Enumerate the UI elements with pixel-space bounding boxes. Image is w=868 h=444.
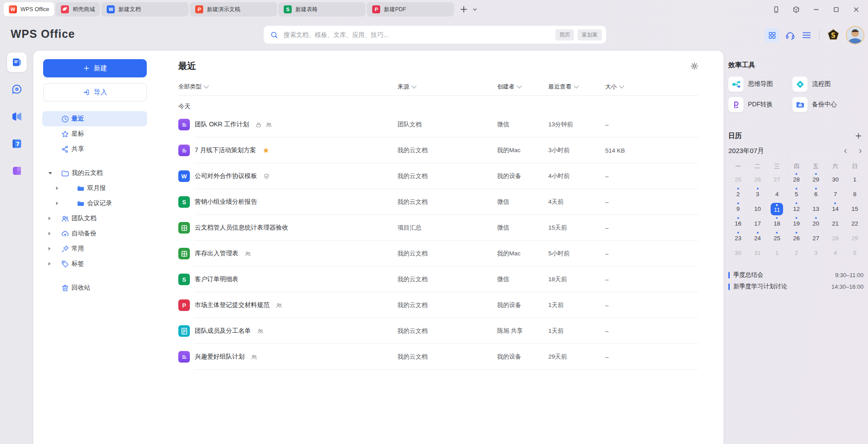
tool-PDF转换[interactable]: PDF转换 [728,97,792,112]
list-settings-gear-icon[interactable] [690,62,699,70]
file-row[interactable]: 云文档管人员信息统计表理器验收项目汇总微信15天前– [178,215,699,241]
caret-right-icon[interactable] [48,262,56,266]
search-bar[interactable]: 简历策划案 [264,26,606,44]
calendar-day[interactable]: 12 [787,202,806,216]
calendar-day[interactable]: 19 [787,216,806,231]
search-tag[interactable]: 简历 [555,29,574,40]
calendar-day[interactable]: 5 [845,246,864,260]
calendar-day[interactable]: 4 [826,246,845,260]
sidebar-item-回收站[interactable]: 回收站 [42,280,147,295]
calendar-day[interactable]: 20 [806,216,826,231]
sidebar-item-会议记录[interactable]: 会议记录 [42,196,147,211]
tab-new-doc[interactable]: W新建文档 [101,2,189,16]
tool-流程图[interactable]: 流程图 [792,77,864,92]
tab-new-sheet[interactable]: S新建表格 [278,2,366,16]
sidebar-item-最近[interactable]: 最近 [42,111,147,126]
calendar-event[interactable]: 新季度学习计划讨论14:30–16:00 [728,281,864,292]
calendar-day[interactable]: 18 [767,216,787,231]
workspace-icon[interactable] [792,6,800,13]
tab-docer[interactable]: 稻壳商城 [56,2,100,16]
file-row[interactable]: 兴趣爱好组队计划我的云文档我的设备29天前– [178,344,699,370]
calendar-day[interactable]: 3 [806,246,826,260]
sidebar-item-双月报[interactable]: 双月报 [42,181,147,196]
calendar-day[interactable]: 26 [787,231,806,246]
prev-month-button[interactable] [842,148,849,154]
calendar-day[interactable]: 29 [845,231,864,246]
calendar-day[interactable]: 6 [806,187,826,202]
calendar-day[interactable]: 28 [826,231,845,246]
global-menu-icon[interactable] [801,30,812,40]
calendar-day[interactable]: 27 [767,172,787,187]
calendar-day[interactable]: 25 [728,172,748,187]
close-button[interactable] [852,6,860,13]
calendar-day[interactable]: 24 [748,231,768,246]
filter-来源[interactable]: 来源 [398,83,497,91]
sidebar-item-共享[interactable]: 共享 [42,141,147,157]
calendar-day[interactable]: 21 [826,216,845,231]
filter-创建者[interactable]: 创建者 [497,83,548,91]
rail-item-meetings[interactable] [7,107,27,126]
mobile-view-icon[interactable] [772,6,780,13]
calendar-day[interactable]: 30 [826,172,845,187]
calendar-day[interactable]: 23 [728,231,748,246]
import-button[interactable]: 导入 [43,83,147,101]
calendar-day[interactable]: 13 [806,202,826,216]
tab-wps[interactable]: WWPS Office [4,2,54,16]
calendar-day[interactable]: 2 [787,246,806,260]
tab-new-pdf[interactable]: P新建PDF [367,2,454,16]
add-event-button[interactable] [854,132,863,140]
calendar-event[interactable]: 季度总结会9:30–11:00 [728,269,864,281]
calendar-day[interactable]: 11 [767,202,787,216]
calendar-day[interactable]: 17 [748,216,768,231]
tab-list-dropdown[interactable] [471,6,478,13]
file-row[interactable]: 库存出入管理表我的云文档我的Mac5小时前– [178,241,699,266]
caret-right-icon[interactable] [56,202,63,205]
maximize-button[interactable] [832,6,840,13]
membership-badge-icon[interactable]: S [827,28,840,42]
search-tag[interactable]: 策划案 [578,29,602,40]
rail-item-calendar[interactable]: 7 [7,134,27,153]
user-avatar[interactable] [846,26,864,44]
sidebar-item-我的云文档[interactable]: 我的云文档 [42,165,147,181]
caret-right-icon[interactable] [48,217,56,220]
caret-down-icon[interactable] [48,172,56,174]
next-month-button[interactable] [857,148,864,154]
calendar-day[interactable]: 8 [845,187,864,202]
calendar-day[interactable]: 30 [728,246,748,260]
caret-right-icon[interactable] [56,186,63,190]
minimize-button[interactable] [812,6,820,13]
calendar-day[interactable]: 1 [767,246,787,260]
file-row[interactable]: 团队成员及分工名单我的云文档陈旭 共享1天前– [178,318,699,344]
sidebar-item-自动备份[interactable]: 自动备份 [42,226,147,241]
file-row[interactable]: 团队 OKR 工作计划团队文档微信13分钟前– [178,112,699,137]
calendar-day[interactable]: 28 [787,172,806,187]
caret-right-icon[interactable] [48,232,56,235]
file-row[interactable]: S营销小组业绩分析报告我的云文档微信4天前– [178,189,699,215]
caret-right-icon[interactable] [48,247,56,250]
calendar-day[interactable]: 10 [748,202,768,216]
file-row[interactable]: S客户订单明细表我的云文档微信18天前– [178,266,699,292]
calendar-day[interactable]: 27 [806,231,826,246]
file-row[interactable]: 7 月线下活动策划方案我的云文档我的Mac3小时前514 KB [178,137,699,163]
calendar-day[interactable]: 9 [728,202,748,216]
sidebar-item-星标[interactable]: 星标 [42,126,147,141]
calendar-day[interactable]: 16 [728,216,748,231]
file-row[interactable]: W公司对外合作协议模板我的云文档我的设备4小时前– [178,163,699,189]
calendar-day[interactable]: 15 [845,202,864,216]
rail-item-messages[interactable] [7,80,27,99]
sidebar-item-标签[interactable]: 标签 [42,256,147,271]
calendar-day[interactable]: 22 [845,216,864,231]
sidebar-item-常用[interactable]: 常用 [42,241,147,256]
rail-item-documents[interactable] [7,52,27,72]
support-headset-icon[interactable] [785,30,796,40]
calendar-day[interactable]: 2 [728,187,748,202]
calendar-day[interactable]: 7 [826,187,845,202]
tool-备份中心[interactable]: 备份中心 [792,97,864,112]
sidebar-item-团队文档[interactable]: 团队文档 [42,211,147,226]
filter-全部类型[interactable]: 全部类型 [178,83,398,91]
tool-思维导图[interactable]: 思维导图 [728,77,792,92]
calendar-day[interactable]: 5 [787,187,806,202]
calendar-day[interactable]: 26 [748,172,768,187]
filter-最近查看[interactable]: 最近查看 [548,83,605,91]
tab-new-ppt[interactable]: P新建演示文稿 [190,2,277,16]
